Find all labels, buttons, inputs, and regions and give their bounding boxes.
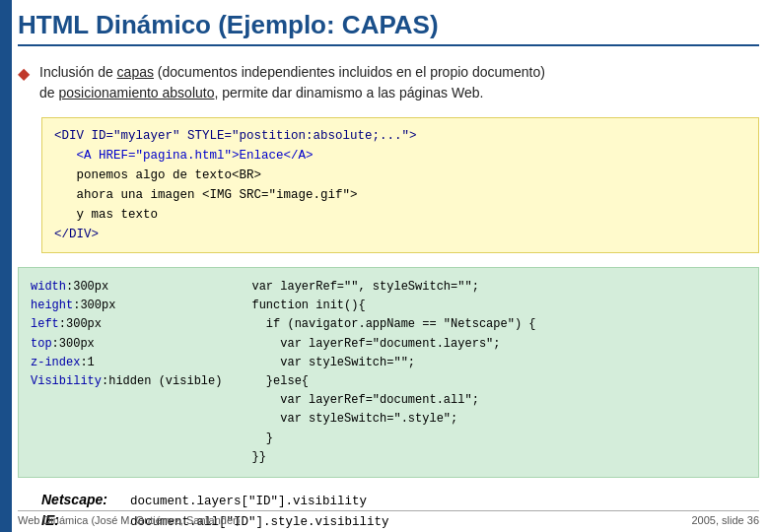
text-line2-after: , permite dar dinamismo a las páginas We… bbox=[214, 85, 483, 100]
bullet-section: ◆ Inclusión de capas (documentos indepen… bbox=[18, 62, 759, 103]
footer-right: 2005, slide 36 bbox=[692, 514, 760, 532]
posicionamiento-word: posicionamiento absoluto bbox=[58, 85, 214, 100]
footer: Web Dinámica (José M. Gutiérrez, Santand… bbox=[18, 510, 759, 532]
bullet-text: Inclusión de capas (documentos independi… bbox=[39, 62, 545, 103]
slide-title: HTML Dinámico (Ejemplo: CAPAS) bbox=[18, 10, 759, 46]
code-col-left: width:300px height:300px left:300px top:… bbox=[31, 278, 222, 467]
code-col-right: var layerRef="", styleSwitch=""; functio… bbox=[251, 278, 535, 467]
text-line2-before: de bbox=[39, 85, 58, 100]
netscape-code: document.layers["ID"].visibility bbox=[130, 495, 367, 508]
code-block-yellow: <DIV ID="mylayer" STYLE="postition:absol… bbox=[41, 117, 759, 253]
code-block-green: width:300px height:300px left:300px top:… bbox=[18, 267, 759, 478]
bullet-icon: ◆ bbox=[18, 64, 30, 83]
content-area: HTML Dinámico (Ejemplo: CAPAS) ◆ Inclusi… bbox=[18, 10, 759, 502]
netscape-label: Netscape: bbox=[41, 492, 130, 507]
slide-container: HTML Dinámico (Ejemplo: CAPAS) ◆ Inclusi… bbox=[0, 0, 769, 532]
left-bar bbox=[0, 0, 12, 532]
text-before-capas: Inclusión de bbox=[39, 64, 117, 80]
footer-left: Web Dinámica (José M. Gutiérrez, Santand… bbox=[18, 514, 240, 532]
text-after-capas: (documentos independientes incluidos en … bbox=[154, 64, 545, 80]
italic-row-netscape: Netscape: document.layers["ID"].visibili… bbox=[41, 492, 759, 508]
capas-word: capas bbox=[117, 64, 154, 80]
